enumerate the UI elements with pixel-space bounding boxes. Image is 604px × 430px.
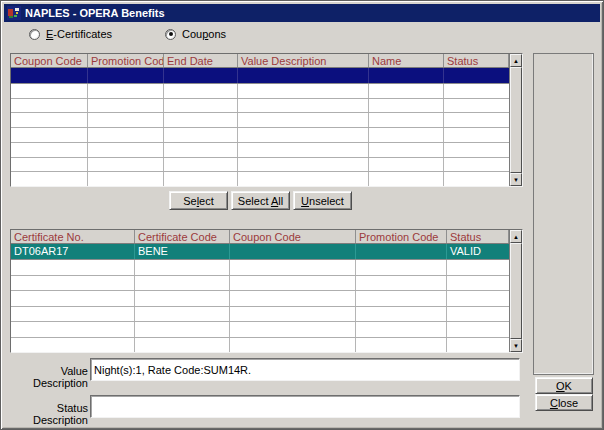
scrollbar-thumb[interactable] bbox=[510, 67, 522, 173]
table-row[interactable] bbox=[11, 291, 509, 307]
arrow-down-icon: ▼ bbox=[513, 343, 519, 349]
status-description-input[interactable] bbox=[90, 395, 520, 418]
table-row[interactable] bbox=[11, 322, 509, 338]
vertical-scrollbar[interactable]: ▲ ▼ bbox=[509, 54, 522, 186]
column-header: Coupon Code bbox=[230, 230, 356, 243]
table-row[interactable] bbox=[11, 128, 509, 143]
certificate-no-cell: DT06AR17 bbox=[11, 244, 135, 259]
select-all-button[interactable]: Select All bbox=[231, 191, 290, 210]
cell bbox=[238, 68, 369, 83]
column-header: Certificate No. bbox=[11, 230, 135, 243]
column-header: Promotion Code bbox=[88, 54, 164, 67]
promotion-code-cell bbox=[356, 244, 447, 259]
table-row[interactable] bbox=[11, 260, 509, 276]
cell bbox=[11, 68, 88, 83]
table-row[interactable] bbox=[11, 276, 509, 292]
vertical-scrollbar[interactable]: ▲ ▼ bbox=[509, 230, 522, 352]
cell bbox=[164, 68, 238, 83]
close-button[interactable]: Close bbox=[535, 394, 593, 411]
radio-label-e-certificates: E-Certificates bbox=[46, 28, 112, 40]
window-title: NAPLES - OPERA Benefits bbox=[25, 7, 165, 19]
value-description-input[interactable] bbox=[90, 358, 520, 381]
footer-buttons: OK Close bbox=[535, 377, 593, 411]
value-description-label: Value Description bbox=[5, 365, 88, 389]
certificate-code-cell: BENE bbox=[135, 244, 230, 259]
table-row-selected[interactable]: DT06AR17 BENE VALID bbox=[11, 244, 509, 260]
table-row[interactable] bbox=[11, 113, 509, 128]
column-header: Certificate Code bbox=[135, 230, 230, 243]
opera-benefits-window: NAPLES - OPERA Benefits E-Certificates C… bbox=[0, 0, 604, 430]
scrollbar-thumb[interactable] bbox=[510, 243, 522, 339]
coupons-table: Coupon Code Promotion Code End Date Valu… bbox=[10, 53, 523, 187]
ok-button[interactable]: OK bbox=[535, 377, 593, 394]
table-row[interactable] bbox=[11, 99, 509, 114]
cell bbox=[88, 68, 164, 83]
scroll-down-button[interactable]: ▼ bbox=[510, 173, 522, 186]
cell bbox=[444, 68, 509, 83]
benefit-type-radios: E-Certificates Coupons bbox=[29, 28, 226, 40]
table-row[interactable] bbox=[11, 158, 509, 173]
column-header: Status bbox=[444, 54, 509, 67]
radio-coupons[interactable]: Coupons bbox=[165, 28, 226, 40]
status-cell: VALID bbox=[447, 244, 509, 259]
selection-buttons: Select Select All Unselect bbox=[169, 191, 352, 210]
column-header: Name bbox=[369, 54, 444, 67]
coupon-code-cell bbox=[230, 244, 356, 259]
scroll-down-button[interactable]: ▼ bbox=[510, 339, 522, 352]
table-row[interactable] bbox=[11, 172, 509, 186]
coupons-table-header: Coupon Code Promotion Code End Date Valu… bbox=[11, 54, 509, 68]
radio-e-certificates[interactable]: E-Certificates bbox=[29, 28, 112, 40]
column-header: End Date bbox=[164, 54, 238, 67]
window-titlebar[interactable]: NAPLES - OPERA Benefits bbox=[4, 4, 600, 22]
certificates-table-header: Certificate No. Certificate Code Coupon … bbox=[11, 230, 509, 244]
table-row-selected[interactable] bbox=[11, 68, 509, 84]
arrow-up-icon: ▲ bbox=[513, 234, 519, 240]
table-row[interactable] bbox=[11, 307, 509, 323]
column-header: Promotion Code bbox=[356, 230, 447, 243]
select-button[interactable]: Select bbox=[169, 191, 228, 210]
radio-label-coupons: Coupons bbox=[182, 28, 226, 40]
radio-circle-e-certificates bbox=[29, 29, 40, 40]
table-row[interactable] bbox=[11, 338, 509, 353]
scroll-up-button[interactable]: ▲ bbox=[510, 230, 522, 243]
unselect-button[interactable]: Unselect bbox=[293, 191, 352, 210]
app-icon bbox=[7, 6, 21, 20]
radio-circle-coupons bbox=[165, 29, 176, 40]
status-description-label: Status Description bbox=[5, 402, 88, 426]
cell bbox=[369, 68, 444, 83]
side-panel bbox=[533, 53, 594, 375]
column-header: Value Description bbox=[238, 54, 369, 67]
arrow-down-icon: ▼ bbox=[513, 177, 519, 183]
certificates-table: Certificate No. Certificate Code Coupon … bbox=[10, 229, 523, 353]
table-row[interactable] bbox=[11, 143, 509, 158]
column-header: Coupon Code bbox=[11, 54, 88, 67]
column-header: Status bbox=[447, 230, 509, 243]
scroll-up-button[interactable]: ▲ bbox=[510, 54, 522, 67]
arrow-up-icon: ▲ bbox=[513, 58, 519, 64]
table-row[interactable] bbox=[11, 84, 509, 99]
